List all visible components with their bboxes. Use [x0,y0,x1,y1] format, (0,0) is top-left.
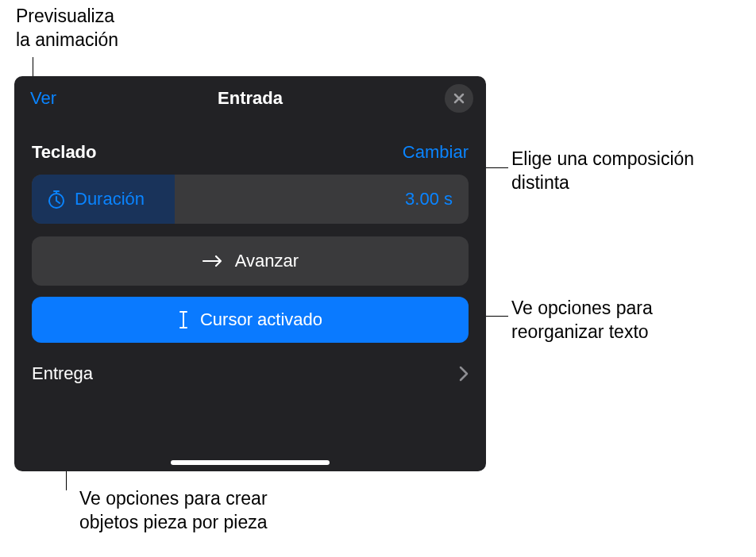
duration-control[interactable]: Duración 3.00 s [32,175,469,224]
panel-header: Ver Entrada [14,76,486,121]
delivery-label: Entrega [32,363,93,384]
advance-label: Avanzar [235,251,299,271]
duration-value: 3.00 s [405,189,453,209]
section-header: Teclado Cambiar [14,121,486,165]
home-indicator [171,460,330,465]
duration-label: Duración [75,189,145,209]
close-button[interactable] [445,84,473,113]
cursor-label: Cursor activado [200,309,322,330]
timer-icon [46,189,67,209]
advance-button[interactable]: Avanzar [32,236,469,286]
callout-change: Elige una composición distinta [511,148,694,195]
callout-advance: Ve opciones para reorganizar texto [511,297,653,344]
callout-preview: Previsualiza la animación [16,5,118,52]
text-cursor-icon [178,309,189,330]
panel-title: Entrada [218,88,283,109]
arrow-right-icon [202,254,224,268]
change-button[interactable]: Cambiar [403,142,469,163]
close-icon [453,92,465,105]
cursor-button[interactable]: Cursor activado [32,297,469,343]
callout-delivery: Ve opciones para crear objetos pieza por… [79,487,268,535]
preview-button[interactable]: Ver [30,88,56,109]
section-title: Teclado [32,142,97,163]
chevron-right-icon [459,366,469,382]
animation-panel: Ver Entrada Teclado Cambiar Duración 3.0… [14,76,486,471]
delivery-row[interactable]: Entrega [32,363,469,384]
